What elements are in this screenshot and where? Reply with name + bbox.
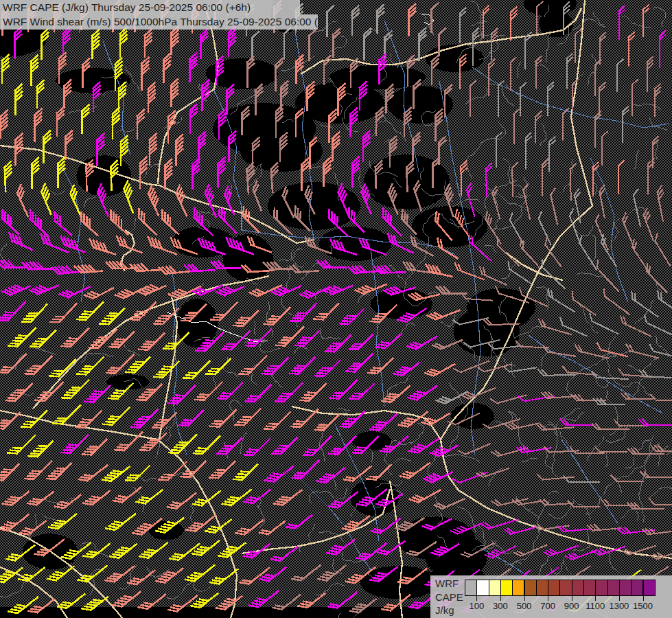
wind-barb	[218, 158, 225, 187]
wind-barb	[44, 130, 51, 162]
wind-barb	[660, 31, 665, 67]
wind-barb	[192, 593, 218, 607]
wind-barb	[200, 30, 207, 58]
wind-barb	[3, 492, 29, 505]
wind-barb	[580, 236, 596, 269]
wind-barb	[131, 410, 157, 428]
wind-barb	[275, 384, 302, 402]
legend-text-block: WRF CAPE J/kg	[435, 577, 463, 617]
wind-barb	[162, 210, 178, 233]
wind-barb	[84, 288, 113, 299]
wind-barb	[350, 384, 374, 399]
wind-barb	[209, 461, 235, 478]
wind-barb	[244, 439, 269, 455]
wind-barb	[210, 569, 237, 584]
wind-barb	[139, 543, 167, 558]
wind-barb	[291, 304, 316, 321]
wind-barb	[179, 411, 203, 426]
wind-barb	[568, 501, 601, 506]
wind-barb	[645, 316, 672, 336]
wind-barb	[16, 134, 23, 164]
wind-barb	[194, 437, 220, 454]
wind-barb	[546, 238, 561, 266]
wind-barb	[595, 446, 627, 452]
wind-barb	[233, 465, 257, 480]
wind-barb	[64, 80, 71, 108]
wind-barb	[77, 302, 103, 319]
wind-barb	[273, 437, 298, 454]
wind-barb	[597, 343, 627, 357]
wind-barb	[139, 333, 164, 350]
wind-barb	[17, 185, 28, 216]
wind-barb	[240, 568, 269, 584]
wind-barb	[592, 424, 629, 429]
wind-barb	[621, 393, 653, 399]
legend-color-cell	[524, 580, 537, 596]
wind-barb	[629, 32, 634, 66]
wind-barb	[139, 595, 165, 609]
wind-barb	[318, 261, 346, 268]
wind-barb	[62, 380, 89, 398]
legend-units-label: J/kg	[435, 604, 463, 617]
legend-color-cell	[643, 580, 656, 596]
wind-barb	[32, 158, 38, 188]
wind-barb	[229, 26, 235, 56]
wind-barb	[25, 461, 51, 479]
wind-barb	[53, 406, 80, 424]
wind-barb	[542, 393, 575, 398]
wind-barb-map	[0, 0, 672, 618]
wind-barb	[176, 135, 183, 165]
wind-barb	[486, 163, 491, 198]
wind-barb	[137, 285, 165, 295]
wind-barb	[137, 490, 163, 504]
wind-barb	[525, 32, 531, 68]
legend-model-label: WRF	[435, 577, 463, 591]
wind-barb	[139, 209, 156, 234]
wind-barb	[461, 161, 466, 196]
wind-barb	[647, 57, 653, 91]
wind-barb	[0, 302, 25, 321]
wind-barb	[184, 361, 210, 378]
wind-barb	[480, 267, 506, 285]
wind-barb	[560, 420, 593, 425]
wind-barb	[61, 236, 84, 252]
wind-barb	[22, 305, 47, 322]
wind-barb	[259, 521, 285, 534]
legend-tick-mark	[619, 596, 620, 601]
wind-barb	[604, 289, 629, 314]
legend-color-cell	[595, 580, 607, 596]
wind-barb	[656, 234, 670, 266]
wind-barb	[509, 262, 532, 284]
wind-barb	[315, 360, 340, 376]
wind-barb	[140, 433, 166, 450]
wind-barb	[21, 411, 47, 428]
wind-barb	[514, 109, 520, 144]
wind-barb	[536, 56, 542, 88]
wind-barb	[210, 410, 235, 426]
wind-barb	[651, 395, 672, 400]
legend-tick-mark	[572, 596, 572, 601]
wind-barb	[29, 442, 53, 457]
wind-barb	[218, 383, 242, 399]
wind-barb	[58, 158, 65, 187]
wind-barb	[551, 189, 557, 224]
wind-barb	[476, 468, 509, 477]
wind-barb	[489, 60, 494, 95]
wind-barb	[286, 516, 312, 529]
wind-barb	[408, 336, 437, 349]
wind-barb	[300, 384, 325, 401]
wind-barb	[644, 209, 653, 240]
wind-barb	[25, 356, 52, 374]
wind-barb	[192, 541, 220, 556]
wind-barb	[57, 107, 64, 136]
wind-barb	[159, 266, 189, 273]
wind-barb	[650, 499, 672, 505]
wind-barb	[113, 592, 140, 606]
wind-barb	[2, 286, 30, 295]
wind-barb	[165, 159, 172, 189]
legend-color-cell	[489, 580, 501, 596]
wind-barb	[658, 186, 664, 221]
legend-tick-mark	[524, 596, 525, 601]
wind-barb	[150, 134, 157, 165]
wind-barb	[572, 395, 606, 400]
